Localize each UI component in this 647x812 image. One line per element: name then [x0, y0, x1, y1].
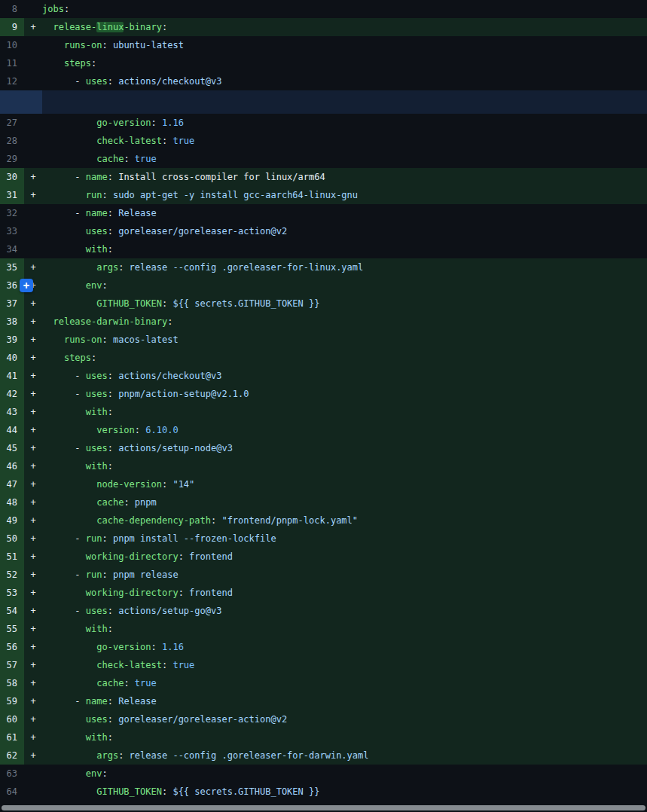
line-number[interactable]: 64 — [0, 783, 24, 801]
line-number[interactable]: 41 — [0, 367, 24, 385]
horizontal-scrollbar[interactable] — [0, 804, 647, 811]
line-number[interactable]: 43 — [0, 403, 24, 421]
line-number[interactable]: 9 — [0, 18, 24, 36]
line-number[interactable]: 42 — [0, 385, 24, 403]
line-number[interactable]: 56 — [0, 638, 24, 656]
code-line: cache: true — [42, 150, 157, 168]
diff-marker: + — [24, 674, 42, 692]
line-number[interactable]: 57 — [0, 656, 24, 674]
line-number[interactable]: 40 — [0, 349, 24, 367]
code-token — [42, 479, 96, 490]
code-token — [42, 660, 96, 670]
scrollbar-thumb[interactable] — [2, 805, 645, 810]
diff-marker — [24, 765, 42, 783]
code-line: release-darwin-binary: — [42, 313, 172, 331]
code-token: macos-latest — [113, 334, 179, 345]
add-comment-button[interactable]: + — [20, 279, 33, 292]
line-number[interactable]: 29 — [0, 150, 24, 168]
line-number[interactable]: 32 — [0, 204, 24, 222]
code-token: : — [102, 334, 112, 345]
line-number[interactable]: 50 — [0, 530, 24, 548]
diff-row-added: 42+ - uses: pnpm/action-setup@v2.1.0 — [0, 385, 647, 403]
code-token: with — [86, 244, 108, 255]
code-token: true — [135, 154, 157, 164]
diff-marker: + — [24, 602, 42, 620]
code-token — [42, 551, 86, 562]
code-line: steps: — [42, 349, 96, 367]
diff-row-added: 62+ args: release --config .goreleaser-f… — [0, 746, 647, 765]
line-number[interactable]: 34 — [0, 240, 24, 258]
line-number[interactable]: 10 — [0, 36, 24, 54]
code-token: with — [86, 407, 108, 417]
line-number[interactable]: 60 — [0, 710, 24, 728]
line-number[interactable]: 55 — [0, 620, 24, 638]
diff-marker: + — [24, 457, 42, 475]
line-number[interactable]: 12 — [0, 72, 24, 90]
line-number[interactable]: 51 — [0, 548, 24, 566]
diff-marker: + — [24, 692, 42, 710]
code-token: uses — [86, 443, 108, 453]
diff-row-added: 30+ - name: Install cross-compiler for l… — [0, 168, 647, 186]
code-token: cache-dependency-path — [96, 515, 211, 526]
code-token — [42, 786, 96, 797]
code-line: cache: pnpm — [42, 493, 157, 511]
line-number[interactable]: 35 — [0, 258, 24, 276]
line-number[interactable]: 46 — [0, 457, 24, 475]
hunk-expander-gutter[interactable] — [0, 90, 42, 114]
code-token: : — [102, 40, 112, 50]
line-number[interactable]: 49 — [0, 511, 24, 530]
line-number[interactable]: 48 — [0, 493, 24, 511]
code-token: "frontend/pnpm-lock.yaml" — [221, 515, 358, 526]
code-token: : — [102, 569, 112, 580]
line-number[interactable]: 52 — [0, 566, 24, 584]
line-number[interactable]: 62 — [0, 746, 24, 765]
code-token — [42, 22, 53, 32]
line-number[interactable]: 28 — [0, 132, 24, 150]
code-line: steps: — [42, 54, 96, 72]
line-number[interactable]: 63 — [0, 765, 24, 783]
line-number[interactable]: 27 — [0, 114, 24, 132]
code-token — [42, 624, 86, 634]
line-number[interactable]: 37 — [0, 295, 24, 313]
code-token: : — [102, 190, 112, 200]
line-number[interactable]: 44 — [0, 421, 24, 439]
diff-row-added: 40+ steps: — [0, 349, 647, 367]
line-number[interactable]: 58 — [0, 674, 24, 692]
line-number[interactable]: 30 — [0, 168, 24, 186]
line-number[interactable]: 61 — [0, 728, 24, 746]
line-number[interactable]: 11 — [0, 54, 24, 72]
diff-row-added: 61+ with: — [0, 728, 647, 746]
diff-row-context: 11 steps: — [0, 54, 647, 72]
code-token: : — [179, 551, 189, 562]
code-token: uses — [86, 389, 108, 399]
line-number[interactable]: 45 — [0, 439, 24, 457]
code-line: args: release --config .goreleaser-for-l… — [42, 258, 363, 276]
code-token — [42, 768, 86, 779]
line-number[interactable]: 53 — [0, 584, 24, 602]
line-number[interactable]: 59 — [0, 692, 24, 710]
code-line: - uses: actions/checkout@v3 — [42, 367, 221, 385]
diff-row-added: 37+ GITHUB_TOKEN: ${{ secrets.GITHUB_TOK… — [0, 295, 647, 313]
line-number[interactable]: 54 — [0, 602, 24, 620]
line-number[interactable]: 47 — [0, 475, 24, 493]
diff-row-context: 8jobs: — [0, 0, 647, 18]
diff-marker: + — [24, 493, 42, 511]
hunk-expander-row[interactable] — [0, 90, 647, 114]
code-token — [42, 58, 64, 69]
diff-marker: + — [24, 548, 42, 566]
line-number[interactable]: 38 — [0, 313, 24, 331]
line-number[interactable]: 33 — [0, 222, 24, 240]
code-token: : — [151, 118, 162, 128]
diff-marker: + — [24, 638, 42, 656]
code-token: uses — [86, 76, 108, 87]
code-token: Install cross-compiler for linux/arm64 — [118, 172, 325, 182]
code-token: : — [108, 244, 113, 255]
code-token — [42, 262, 96, 273]
diff-marker: + — [24, 475, 42, 493]
line-number[interactable]: 31 — [0, 186, 24, 204]
code-token: : — [64, 4, 69, 14]
line-number[interactable]: 8 — [0, 0, 24, 18]
code-line: check-latest: true — [42, 656, 194, 674]
code-token — [42, 750, 96, 761]
line-number[interactable]: 39 — [0, 331, 24, 349]
